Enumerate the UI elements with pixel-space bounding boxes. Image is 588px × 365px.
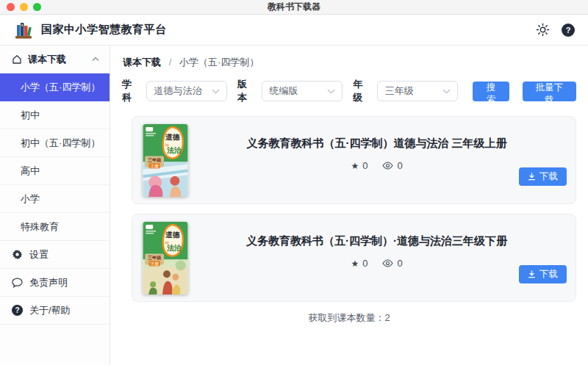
chevron-down-icon	[327, 89, 335, 94]
sidebar-item-primary-54[interactable]: 小学（五·四学制）	[0, 73, 110, 101]
chevron-up-icon	[92, 57, 99, 62]
book-stats: ★ 0 0	[351, 160, 402, 171]
download-button[interactable]: 下载	[519, 265, 567, 283]
edition-select[interactable]: 统编版	[262, 81, 343, 101]
eye-icon	[382, 162, 393, 170]
edition-label: 版本	[237, 78, 256, 104]
chevron-down-icon	[212, 89, 220, 94]
svg-text:道德: 道德	[165, 231, 180, 239]
view-count: 0	[382, 258, 402, 269]
book-stats: ★ 0 0	[351, 258, 402, 269]
search-button[interactable]: 搜索	[473, 82, 509, 101]
window-title: 教科书下载器	[0, 1, 588, 13]
sidebar-item-label: 高中	[21, 165, 40, 178]
book-card: 道德 与 法治 三年级	[132, 214, 576, 302]
subject-select[interactable]: 道德与法治	[146, 81, 228, 101]
sidebar-item-settings[interactable]: 设置	[0, 241, 110, 269]
sidebar-item-junior-54[interactable]: 初中（五·四学制）	[0, 129, 110, 157]
svg-text:三年级: 三年级	[148, 157, 162, 162]
breadcrumb: 课本下载 / 小学（五·四学制）	[123, 56, 576, 69]
subject-label: 学科	[122, 78, 140, 104]
star-count: ★ 0	[351, 160, 368, 171]
svg-text:法治: 法治	[167, 244, 182, 252]
breadcrumb-current: 小学（五·四学制）	[179, 57, 259, 68]
home-icon	[12, 54, 22, 64]
sidebar: 课本下载 小学（五·四学制） 初中 初中（五·四学制） 高中 小学 特殊教育	[0, 46, 110, 365]
sidebar-item-primary[interactable]: 小学	[0, 185, 110, 213]
chevron-down-icon	[442, 89, 451, 94]
edition-select-value: 统编版	[270, 84, 298, 98]
sidebar-item-label: 小学	[21, 192, 40, 206]
grade-label: 年级	[353, 78, 371, 104]
svg-text:上册: 上册	[151, 164, 159, 169]
window-titlebar: 教科书下载器	[0, 0, 588, 15]
sidebar-item-junior[interactable]: 初中	[0, 101, 110, 129]
sidebar-item-label: 设置	[29, 248, 49, 261]
book-card: 道德 与 法治 三年级 上册	[132, 116, 576, 204]
sidebar-item-senior[interactable]: 高中	[0, 157, 110, 185]
view-count: 0	[382, 160, 402, 171]
traffic-lights	[7, 3, 41, 11]
book-cover-image: 道德 与 法治 三年级	[143, 222, 188, 294]
filter-bar: 学科 道德与法治 版本 统编版 年级 三年级 搜索 批量下载	[122, 78, 576, 104]
speech-bubble-icon	[12, 278, 23, 288]
book-cover-image: 道德 与 法治 三年级 上册	[143, 124, 188, 197]
star-icon: ★	[351, 161, 359, 171]
subject-select-value: 道德与法治	[154, 84, 202, 98]
sidebar-item-label: 特殊教育	[21, 220, 59, 234]
grade-select[interactable]: 三年级	[377, 81, 459, 101]
svg-text:法治: 法治	[167, 146, 182, 154]
sidebar-item-special-education[interactable]: 特殊教育	[0, 213, 110, 241]
theme-toggle-sun-icon[interactable]	[536, 23, 550, 37]
svg-text:道德: 道德	[165, 133, 180, 141]
breadcrumb-separator: /	[169, 57, 172, 68]
sidebar-item-label: 关于/帮助	[29, 304, 71, 317]
maximize-window-button[interactable]	[33, 3, 41, 11]
app-title: 国家中小学智慧教育平台	[41, 23, 167, 37]
batch-download-button[interactable]: 批量下载	[523, 82, 576, 101]
sidebar-group-label: 课本下载	[28, 53, 66, 66]
book-title: 义务教育教科书（五·四学制）·道德与法治三年级下册	[246, 234, 507, 248]
minimize-window-button[interactable]	[20, 3, 28, 11]
sidebar-item-disclaimer[interactable]: 免责声明	[0, 269, 110, 297]
gear-icon	[12, 249, 23, 260]
breadcrumb-root[interactable]: 课本下载	[123, 57, 161, 68]
book-list: 道德 与 法治 三年级 上册	[132, 116, 576, 302]
star-icon: ★	[351, 259, 359, 269]
books-logo-icon	[13, 21, 34, 40]
svg-text:三年级: 三年级	[148, 255, 162, 260]
star-count: ★ 0	[351, 258, 368, 269]
svg-text:下册: 下册	[151, 261, 159, 267]
close-window-button[interactable]	[7, 3, 15, 11]
help-icon[interactable]: ?	[562, 24, 575, 37]
sidebar-item-label: 初中	[21, 109, 40, 122]
sidebar-item-label: 小学（五·四学制）	[21, 81, 100, 94]
download-icon	[528, 270, 536, 278]
sidebar-item-about-help[interactable]: ? 关于/帮助	[0, 297, 110, 325]
sidebar-item-label: 免责声明	[29, 276, 68, 289]
sidebar-item-label: 初中（五·四学制）	[21, 137, 100, 150]
app-header: 国家中小学智慧教育平台 ?	[0, 15, 588, 46]
book-title: 义务教育教科书（五·四学制）道德与法治 三年级上册	[246, 137, 506, 151]
eye-icon	[382, 259, 393, 267]
result-count-text: 获取到课本数量：2	[122, 311, 576, 325]
grade-select-value: 三年级	[385, 84, 414, 98]
sidebar-group-textbook-download[interactable]: 课本下载	[0, 46, 110, 73]
question-circle-icon: ?	[12, 305, 23, 316]
main-content: 课本下载 / 小学（五·四学制） 学科 道德与法治 版本 统编版 年级 三年级 …	[110, 46, 588, 365]
download-icon	[528, 173, 536, 181]
download-button[interactable]: 下载	[519, 167, 567, 186]
